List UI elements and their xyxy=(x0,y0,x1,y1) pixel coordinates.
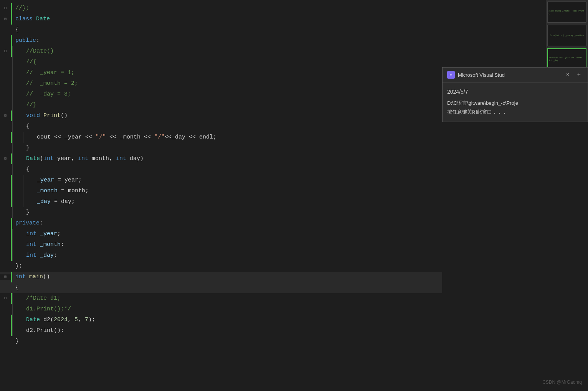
vs-close-button[interactable]: × xyxy=(564,71,571,79)
code-content: int _day; xyxy=(23,250,442,261)
code-content: class Date xyxy=(12,14,442,25)
indent-guide xyxy=(23,196,34,207)
indent-guide xyxy=(12,229,23,239)
indent-guide xyxy=(12,78,23,89)
code-token: year, xyxy=(54,155,78,162)
indent-guides xyxy=(12,315,23,325)
code-token: 5 xyxy=(74,317,78,323)
collapse-button[interactable]: ⊟ xyxy=(3,113,8,119)
code-token: = month; xyxy=(58,188,89,194)
collapse-button[interactable]: ⊟ xyxy=(3,49,8,54)
indent-guides xyxy=(12,207,23,218)
indent-guides xyxy=(12,89,23,100)
code-token xyxy=(36,241,40,248)
code-content: public: xyxy=(12,35,442,46)
code-token: int xyxy=(15,274,26,280)
thumbnail[interactable]: class Date{ //Date() void Print { xyxy=(547,2,586,23)
collapse-button[interactable]: ⊟ xyxy=(3,6,8,11)
code-content: /*Date d1; xyxy=(23,293,442,304)
indent-guide xyxy=(12,89,23,100)
line-gutter: ⊟ xyxy=(0,16,11,22)
code-content: // _month = 2; xyxy=(23,78,442,89)
line-gutter: ⊟ xyxy=(0,156,11,162)
code-token: ; xyxy=(57,231,61,237)
thumbnail-code: class Date{ //Date() void Print { xyxy=(548,9,586,16)
indent-guide xyxy=(12,46,23,57)
indent-guide xyxy=(12,143,23,153)
code-token: : xyxy=(40,220,43,226)
code-token: , xyxy=(78,317,85,323)
collapse-button[interactable]: ⊟ xyxy=(3,296,8,301)
code-token: () xyxy=(61,112,68,119)
table-row: ⊟Date(int year, int month, int day) xyxy=(0,153,442,164)
line-gutter: ⊟ xyxy=(0,296,11,301)
code-content: } xyxy=(23,143,442,153)
indent-guides xyxy=(12,164,23,175)
table-row: { xyxy=(0,25,442,35)
collapse-button[interactable]: ⊟ xyxy=(3,16,8,22)
indent-guide xyxy=(12,250,23,261)
code-token: } xyxy=(26,145,30,151)
table-row: } xyxy=(0,336,442,347)
indent-guide xyxy=(12,293,23,304)
table-row: } xyxy=(0,207,442,218)
indent-guides xyxy=(12,57,23,68)
code-token: int xyxy=(116,155,126,162)
code-token: : xyxy=(36,37,40,44)
thumbnail-code: Date(int y { _year=y _month=m xyxy=(549,33,584,38)
indent-guide xyxy=(12,304,23,315)
indent-guides xyxy=(12,153,23,164)
code-token: { xyxy=(15,26,19,33)
indent-guides xyxy=(12,46,23,57)
indent-guide xyxy=(12,207,23,218)
code-content: //}; xyxy=(12,3,442,14)
code-token: //} xyxy=(26,102,36,108)
code-token xyxy=(33,16,36,22)
indent-guide xyxy=(12,186,23,196)
vs-plus-button[interactable]: + xyxy=(575,71,583,79)
table-row: int _month; xyxy=(0,239,442,250)
thumbnail[interactable]: Date(int y { _year=y _month=m xyxy=(547,25,586,46)
indent-guide xyxy=(12,164,23,175)
vs-popup-header: ⊞ Microsoft Visual Stud × + xyxy=(443,68,588,82)
table-row: Date d2(2024, 5, 7); xyxy=(0,315,442,325)
code-editor: ⊟//};⊟class Date{public:⊟//Date()//{// _… xyxy=(0,0,442,391)
line-gutter: ⊟ xyxy=(0,49,11,54)
code-token: }; xyxy=(15,263,22,269)
thumbnail[interactable]: private: int _year int _month int _day xyxy=(547,48,586,69)
code-content: { xyxy=(23,121,442,132)
collapse-button[interactable]: ⊟ xyxy=(3,156,8,162)
code-token: ( xyxy=(40,155,43,162)
code-token: main xyxy=(29,274,43,280)
indent-guide xyxy=(12,325,23,336)
code-content: _year = year; xyxy=(34,175,442,186)
code-token: _year xyxy=(40,231,57,237)
code-token: /*Date d1; xyxy=(26,295,61,302)
table-row: ⊟//}; xyxy=(0,3,442,14)
code-token: { xyxy=(15,284,19,291)
code-content: { xyxy=(12,25,442,35)
indent-guide xyxy=(23,186,34,196)
vs-icon: ⊞ xyxy=(447,71,455,79)
code-token: public xyxy=(15,37,36,44)
indent-guides xyxy=(12,143,23,153)
indent-guides xyxy=(12,78,23,89)
vs-popup: ⊞ Microsoft Visual Stud × + 2024/5/7 D:\… xyxy=(442,67,588,122)
code-content: int _year; xyxy=(23,229,442,239)
indent-guides xyxy=(12,100,23,111)
indent-guide xyxy=(12,132,23,143)
code-token: "/" xyxy=(96,134,106,140)
table-row: { xyxy=(0,282,442,293)
code-token: int xyxy=(26,252,36,259)
indent-guides xyxy=(12,196,34,207)
code-token: // _year = 1; xyxy=(26,69,74,76)
collapse-button[interactable]: ⊟ xyxy=(3,274,8,280)
code-token: // _day = 3; xyxy=(26,91,71,97)
code-token: d2.Print(); xyxy=(26,327,64,334)
code-token: int xyxy=(26,241,36,248)
code-token: { xyxy=(26,123,30,130)
code-token: //Date() xyxy=(26,48,54,54)
table-row: // _year = 1; xyxy=(0,68,442,78)
code-token xyxy=(26,274,29,280)
code-token: private xyxy=(15,220,40,226)
